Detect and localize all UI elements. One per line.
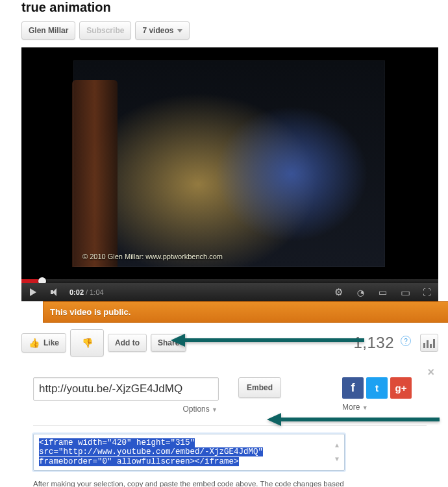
channel-button[interactable]: Glen Millar: [21, 21, 75, 40]
play-icon: [30, 288, 36, 296]
annotation-arrow-embed: [281, 418, 440, 421]
textarea-scroll[interactable]: ▲ ▼: [335, 442, 339, 463]
time-display: 0:02 / 1:04: [69, 288, 104, 296]
embed-button[interactable]: Embed: [238, 377, 281, 398]
settings-button[interactable]: [330, 284, 346, 300]
channel-row: Glen Millar Subscribe 7 videos: [0, 21, 448, 47]
playlist-button[interactable]: 7 videos: [135, 21, 190, 40]
mute-button[interactable]: [47, 284, 63, 300]
watermark-text: © 2010 Glen Millar: www.pptworkbench.com: [82, 253, 223, 260]
help-icon[interactable]: ?: [401, 336, 411, 346]
embed-code-text: <iframe width="420" height="315" src="ht…: [39, 438, 263, 466]
dislike-button[interactable]: 👎: [70, 329, 104, 356]
chevron-down-icon: ▼: [362, 405, 368, 411]
share-more[interactable]: More ▼: [342, 403, 412, 412]
share-facebook[interactable]: f: [342, 377, 364, 399]
caret-down-icon: ▼: [335, 456, 339, 464]
more-label: More: [342, 403, 360, 412]
subscribe-button[interactable]: Subscribe: [79, 21, 131, 40]
add-to-button[interactable]: Add to: [108, 334, 147, 352]
size-large-button[interactable]: [397, 284, 412, 300]
thumb-up-icon: 👍: [29, 338, 40, 348]
divider: [33, 425, 427, 426]
fullscreen-button[interactable]: [419, 284, 434, 300]
time-current: 0:02: [69, 288, 84, 296]
visibility-status: This video is public.: [43, 301, 448, 323]
share-panel: × Options ▼ Embed Email: [21, 366, 438, 487]
caret-up-icon: ▲: [335, 442, 339, 449]
action-bar: 👍 Like 👎 Add to Share 1,132 ?: [21, 329, 438, 356]
speaker-icon: [51, 288, 60, 297]
social-row: f t g+: [342, 377, 412, 399]
playlist-label: 7 videos: [142, 26, 173, 35]
time-total: 1:04: [90, 288, 103, 296]
size-small-button[interactable]: [375, 284, 390, 300]
options-label: Options: [182, 405, 209, 414]
like-label: Like: [44, 338, 59, 347]
stats-button[interactable]: [420, 334, 438, 352]
thumb-down-icon: 👎: [82, 338, 93, 348]
watch-later-button[interactable]: [353, 284, 368, 300]
play-button[interactable]: [25, 284, 41, 300]
video-title: true animation: [0, 0, 448, 21]
scene-prop: [72, 80, 118, 267]
share-options[interactable]: Options ▼: [33, 405, 218, 414]
embed-note: After making your selection, copy and pa…: [33, 480, 358, 487]
video-frame: © 2010 Glen Millar: www.pptworkbench.com: [73, 60, 385, 267]
share-url-input[interactable]: [33, 377, 219, 401]
player-controls: 0:02 / 1:04: [21, 283, 438, 301]
share-twitter[interactable]: t: [366, 377, 388, 399]
embed-code-field[interactable]: <iframe width="420" height="315" src="ht…: [33, 434, 345, 471]
close-icon[interactable]: ×: [427, 366, 434, 379]
annotation-arrow-share: [185, 338, 364, 342]
chevron-down-icon: ▼: [212, 406, 218, 413]
video-player[interactable]: © 2010 Glen Millar: www.pptworkbench.com…: [21, 47, 438, 301]
share-gplus[interactable]: g+: [390, 377, 412, 399]
chevron-down-icon: [177, 29, 182, 32]
view-count: 1,132: [353, 334, 394, 352]
like-button[interactable]: 👍 Like: [21, 333, 66, 353]
